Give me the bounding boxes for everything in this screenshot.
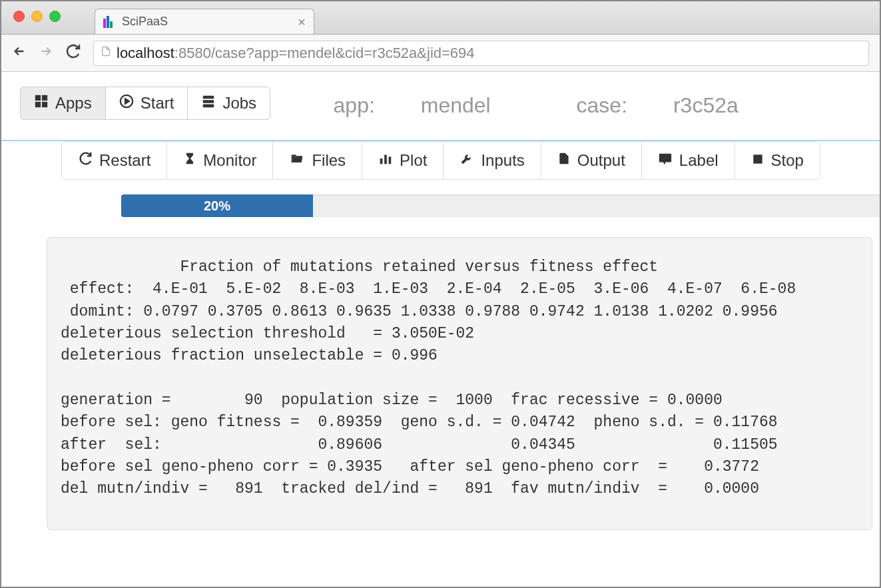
maximize-window-icon[interactable]	[49, 11, 61, 22]
chart-bar-icon	[378, 151, 393, 170]
svg-rect-11	[753, 154, 762, 163]
monitor-tab[interactable]: Monitor	[167, 142, 273, 179]
progress-bar-fill: 20%	[121, 194, 313, 217]
main-nav: Apps Start Jobs	[20, 87, 270, 120]
svg-rect-9	[384, 155, 387, 164]
close-window-icon[interactable]	[13, 11, 25, 22]
apps-label: Apps	[55, 94, 92, 113]
svg-rect-6	[203, 100, 214, 103]
browser-tab-strip: SciPaaS ×	[1, 1, 880, 35]
jobs-button[interactable]: Jobs	[188, 87, 270, 120]
forward-button[interactable]	[39, 44, 53, 63]
svg-rect-10	[389, 156, 392, 164]
files-label: Files	[312, 151, 346, 170]
stop-icon	[751, 151, 764, 170]
output-tab[interactable]: Output	[541, 142, 642, 179]
page-icon	[101, 45, 111, 61]
progress-label: 20%	[204, 198, 230, 214]
label-tab[interactable]: Label	[642, 142, 735, 179]
app-info: app: mendel	[334, 93, 531, 117]
browser-tab[interactable]: SciPaaS ×	[95, 9, 314, 34]
stop-label: Stop	[771, 151, 804, 170]
monitor-label: Monitor	[203, 151, 256, 170]
files-tab[interactable]: Files	[273, 142, 362, 179]
output-panel: Fraction of mutations retained versus fi…	[47, 237, 872, 530]
play-circle-icon	[119, 94, 134, 113]
inputs-label: Inputs	[481, 151, 524, 170]
plot-tab[interactable]: Plot	[362, 142, 443, 179]
address-bar[interactable]: localhost:8580/case?app=mendel&cid=r3c52…	[93, 41, 869, 66]
action-row: Restart Monitor Files Plot Inputs Output…	[61, 141, 880, 217]
url-host: localhost	[117, 45, 174, 62]
svg-rect-0	[35, 95, 41, 101]
wrench-icon	[459, 151, 474, 170]
minimize-window-icon[interactable]	[31, 11, 43, 22]
start-button[interactable]: Start	[106, 87, 188, 120]
label-label: Label	[679, 151, 719, 170]
svg-rect-3	[42, 102, 47, 107]
jobs-label: Jobs	[222, 94, 256, 113]
browser-toolbar: localhost:8580/case?app=mendel&cid=r3c52…	[1, 35, 880, 72]
restart-label: Restart	[99, 151, 150, 170]
action-tabs: Restart Monitor Files Plot Inputs Output…	[61, 141, 820, 180]
folder-open-icon	[289, 151, 305, 170]
grid-icon	[34, 94, 49, 113]
output-label: Output	[577, 151, 625, 170]
reload-button[interactable]	[65, 43, 81, 63]
svg-rect-7	[203, 105, 214, 108]
svg-rect-1	[42, 95, 47, 101]
svg-rect-5	[203, 96, 214, 99]
restart-tab[interactable]: Restart	[62, 142, 167, 179]
server-icon	[201, 94, 216, 113]
close-tab-icon[interactable]: ×	[298, 15, 306, 29]
start-label: Start	[141, 94, 174, 113]
file-icon	[557, 151, 571, 170]
stop-tab[interactable]: Stop	[735, 142, 820, 179]
app-header: Apps Start Jobs app: mendel case: r3c52a	[1, 72, 880, 141]
favicon-icon	[103, 16, 115, 28]
plot-label: Plot	[400, 151, 427, 170]
progress-bar-track: 20%	[121, 194, 881, 217]
window-controls	[13, 11, 61, 22]
case-info: case: r3c52a	[577, 93, 778, 117]
header-info: app: mendel case: r3c52a	[334, 93, 818, 118]
hourglass-icon	[183, 151, 196, 170]
restart-icon	[78, 151, 93, 170]
tab-title: SciPaaS	[122, 15, 168, 29]
svg-rect-2	[35, 102, 41, 107]
back-button[interactable]	[12, 44, 27, 63]
comment-icon	[658, 151, 673, 170]
svg-rect-8	[380, 158, 383, 164]
url-path: :8580/case?app=mendel&cid=r3c52a&jid=694	[174, 45, 475, 62]
apps-button[interactable]: Apps	[20, 87, 106, 120]
inputs-tab[interactable]: Inputs	[443, 142, 541, 179]
